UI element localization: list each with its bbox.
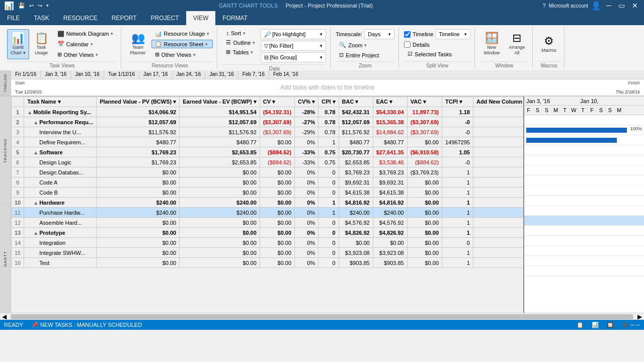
app-title: GANTT CHART TOOLS Project - Project Prof… xyxy=(219,2,373,9)
table-row[interactable]: 10▲Hardware$240.00$240.00$0.000%1$4,816.… xyxy=(12,198,525,208)
macros-btn[interactable]: ⚙ Macros xyxy=(538,29,560,59)
timeline-dropdown[interactable]: Timeline ▾ xyxy=(435,29,470,39)
tab-project[interactable]: PROJECT xyxy=(144,11,186,25)
minimize-btn[interactable]: ─ xyxy=(604,2,613,10)
new-window-btn[interactable]: 🪟 NewWindow xyxy=(480,29,503,59)
collapse-btn[interactable]: ▲ xyxy=(27,110,32,115)
tab-task[interactable]: TASK xyxy=(27,11,56,25)
gantt-day-F: F xyxy=(524,107,533,113)
outline-btn[interactable]: ☰ Outline ▾ xyxy=(222,38,259,47)
timeline-checkbox[interactable] xyxy=(404,31,411,38)
network-diagram-btn[interactable]: ⬛ Network Diagram ▾ xyxy=(54,30,117,38)
task-name-text: Design Databas... xyxy=(39,169,83,175)
collapse-btn[interactable]: ▲ xyxy=(33,230,38,236)
scroll-right-btn[interactable]: ▶ xyxy=(635,313,644,320)
col-cpi[interactable]: CPI ▾ xyxy=(318,97,339,107)
tab-view[interactable]: VIEW xyxy=(186,11,216,25)
zoom-btn[interactable]: 🔍 Zoom ▾ xyxy=(336,41,394,49)
tab-resource[interactable]: RESOURCE xyxy=(56,11,105,25)
scroll-area[interactable]: ◀ ▶ xyxy=(0,313,644,320)
col-pv[interactable]: Planned Value - PV (BCWS) ▾ xyxy=(97,97,180,107)
table-row[interactable]: 13▲Prototype$0.00$0.00$0.000%0$4,826.92$… xyxy=(12,228,525,238)
table-row[interactable]: 9Code B$0.00$0.00$0.000%0$4,615.38$4,615… xyxy=(12,188,525,198)
filter-value: [No Filter] xyxy=(269,43,293,49)
close-btn[interactable]: ✕ xyxy=(630,2,640,10)
col-eac[interactable]: EAC ▾ xyxy=(373,97,407,107)
app-logo: 📊 xyxy=(4,1,14,11)
group-dropdown[interactable]: ⊟ [No Group] ▾ xyxy=(261,52,326,62)
highlight-dropdown[interactable]: 🔎 [No Highlight] ▾ xyxy=(261,29,326,39)
quick-access-more[interactable]: ▾ xyxy=(46,3,49,8)
tab-format[interactable]: FORMAT xyxy=(215,11,255,25)
gantt-chart-btn[interactable]: 📊 GanttChart ▾ xyxy=(7,29,29,59)
col-ev[interactable]: Earned Value - EV (BCWP) ▾ xyxy=(180,97,260,107)
title-bar-left: 📊 💾 ↩ ↪ ▾ xyxy=(4,1,49,11)
collapse-btn[interactable]: ▲ xyxy=(33,120,38,125)
quick-access-redo[interactable]: ↪ xyxy=(38,3,42,9)
table-row[interactable]: 14Integration$0.00$0.00$0.000%0$0.00$0.0… xyxy=(12,238,525,248)
account-label[interactable]: Microsoft account xyxy=(549,3,588,9)
col-tcpi[interactable]: TCPI ▾ xyxy=(442,97,473,107)
table-row[interactable]: 2▲Performance Requ...$12,057.69$12,057.6… xyxy=(12,117,525,127)
table-row[interactable]: 1▲Mobile Reporting Sy...$14,066.92$14,95… xyxy=(12,107,525,117)
table-row[interactable]: 12Assemble Hard...$0.00$0.00$0.000%0$4,5… xyxy=(12,218,525,228)
cell-bac: $4,816.92 xyxy=(339,198,373,208)
collapse-btn[interactable]: ▲ xyxy=(33,200,38,206)
details-checkbox[interactable] xyxy=(404,41,411,48)
calendar-btn[interactable]: 📅 Calendar ▾ xyxy=(54,40,117,48)
data-table-container[interactable]: Task Name ▾ Planned Value - PV (BCWS) ▾ … xyxy=(11,97,524,313)
h-scrollbar[interactable] xyxy=(11,314,633,319)
table-row[interactable]: 16Test$0.00$0.00$0.000%0$903.85$903.85$0… xyxy=(12,258,525,268)
task-usage-btn[interactable]: 📋 TaskUsage xyxy=(31,29,52,59)
team-planner-btn[interactable]: 👥 TeamPlanner xyxy=(126,29,149,59)
col-vac[interactable]: VAC ▾ xyxy=(407,97,442,107)
timeline-body: Start Tue 12/29/15 Finish Thu 2/18/16 Ad… xyxy=(11,79,644,96)
quick-access-undo[interactable]: ↩ xyxy=(29,3,34,9)
cell-eac: $27,641.35 xyxy=(373,147,407,157)
cell-ev: $0.00 xyxy=(180,258,260,268)
table-row[interactable]: 6Design Logic$1,769.23$2,653.85($884.62)… xyxy=(12,157,525,167)
cell-ev: $0.00 xyxy=(180,248,260,258)
row-number: 7 xyxy=(12,167,24,177)
col-add[interactable]: Add New Column ▾ xyxy=(473,97,524,107)
cell-ev: $240.00 xyxy=(180,208,260,218)
task-name-text: Mobile Reporting Sy... xyxy=(33,109,91,115)
table-row[interactable]: 11Purchase Hardw...$240.00$240.00$0.000%… xyxy=(12,208,525,218)
other-task-views-btn[interactable]: ⊞ Other Views ▾ xyxy=(54,50,117,59)
gantt-date-label2: Jan 10, xyxy=(580,98,598,104)
table-row[interactable]: 5▲Software$1,769.23$2,653.85($884.62)-33… xyxy=(12,147,525,157)
collapse-btn[interactable]: ▲ xyxy=(33,150,38,155)
cell-cv: $0.00 xyxy=(260,258,294,268)
table-row[interactable]: 8Code A$0.00$0.00$0.000%0$9,692.31$9,692… xyxy=(12,177,525,188)
arrange-btn[interactable]: ⊟ ArrangeAll xyxy=(505,29,528,59)
resource-usage-btn[interactable]: 📊 Resource Usage ▾ xyxy=(151,30,213,38)
col-bac[interactable]: BAC ▾ xyxy=(339,97,373,107)
filter-dropdown[interactable]: ▽ [No Filter] ▾ xyxy=(261,41,326,51)
tables-btn[interactable]: ⊞ Tables ▾ xyxy=(222,48,259,56)
tab-file[interactable]: FILE xyxy=(0,11,27,25)
selected-tasks-btn[interactable]: ☑ Selected Tasks xyxy=(404,50,470,58)
other-resource-views-btn[interactable]: ⊞ Other Views ▾ xyxy=(151,50,213,59)
table-row[interactable]: 7Design Databas...$0.00$0.00$0.000%0$3,7… xyxy=(12,167,525,177)
entire-project-btn[interactable]: ⊡ Entire Project xyxy=(336,51,394,59)
tables-icon: ⊞ xyxy=(226,49,230,55)
table-row[interactable]: 15Integrate SWHW...$0.00$0.00$0.000%0$3,… xyxy=(12,248,525,258)
details-label: Details xyxy=(413,42,430,48)
quick-access-save[interactable]: 💾 xyxy=(18,3,25,9)
table-row[interactable]: 4Define Requirem...$480.77$480.77$0.000%… xyxy=(12,137,525,147)
table-row[interactable]: 3Interview the U...$11,576.92$11,576.92(… xyxy=(12,127,525,137)
tab-report[interactable]: REPORT xyxy=(105,11,144,25)
col-task-name[interactable]: Task Name ▾ xyxy=(24,97,97,107)
sort-btn[interactable]: ↕ Sort ▾ xyxy=(222,29,259,37)
scroll-left-btn[interactable]: ◀ xyxy=(0,313,9,320)
col-cv[interactable]: CV ▾ xyxy=(260,97,294,107)
help-icon[interactable]: ? xyxy=(543,3,546,9)
cell-cv: $0.00 xyxy=(260,198,294,208)
row-number: 15 xyxy=(12,248,24,258)
cell-cv: ($884.62) xyxy=(260,157,294,167)
col-cvpct[interactable]: CV% ▾ xyxy=(295,97,318,107)
timescale-dropdown[interactable]: Days ▾ xyxy=(364,29,394,39)
cell-cvpct: 0% xyxy=(295,167,318,177)
restore-btn[interactable]: ▭ xyxy=(616,2,627,10)
resource-sheet-btn[interactable]: 📋 Resource Sheet ▾ xyxy=(151,40,213,48)
